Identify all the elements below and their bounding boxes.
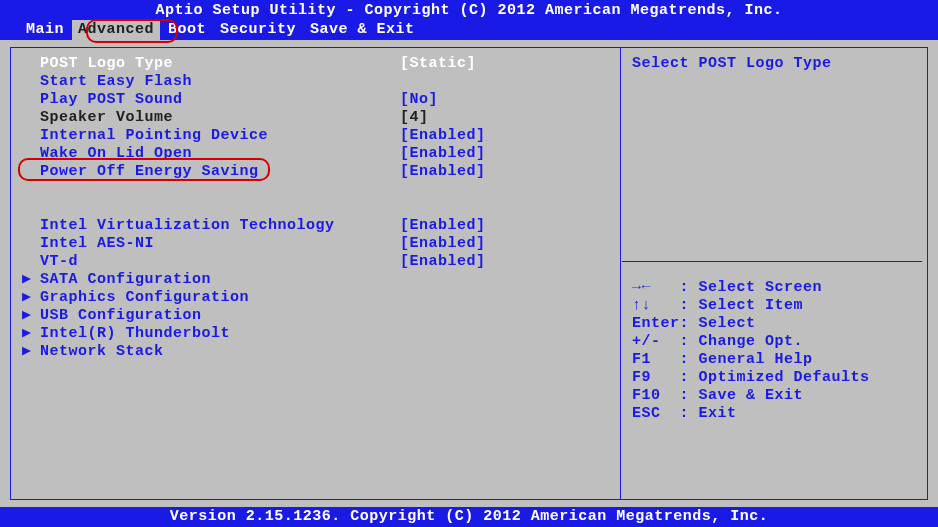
setting-label: Graphics Configuration: [40, 289, 400, 307]
help-line: →← : Select Screen: [632, 279, 922, 297]
settings-panel: POST Logo Type[Static]Start Easy FlashPl…: [22, 55, 617, 361]
help-title: Select POST Logo Type: [632, 55, 922, 73]
setting-row[interactable]: Speaker Volume[4]: [22, 109, 617, 127]
setting-value: [Enabled]: [400, 217, 486, 235]
submenu-arrow-icon: [22, 91, 40, 109]
setting-value: [Enabled]: [400, 127, 486, 145]
submenu-arrow-icon: ▶: [22, 307, 40, 325]
setting-label: Intel(R) Thunderbolt: [40, 325, 400, 343]
setting-label: Wake On Lid Open: [40, 145, 400, 163]
tab-security[interactable]: Security: [214, 20, 302, 40]
setting-row[interactable]: Intel AES-NI[Enabled]: [22, 235, 617, 253]
help-line: F10 : Save & Exit: [632, 387, 922, 405]
setting-label: Speaker Volume: [40, 109, 400, 127]
setting-row[interactable]: ▶Intel(R) Thunderbolt: [22, 325, 617, 343]
submenu-arrow-icon: [22, 253, 40, 271]
setting-label: Intel Virtualization Technology: [40, 217, 400, 235]
setting-label: Intel AES-NI: [40, 235, 400, 253]
setting-value: [Enabled]: [400, 235, 486, 253]
help-line: F1 : General Help: [632, 351, 922, 369]
setting-row[interactable]: ▶SATA Configuration: [22, 271, 617, 289]
setting-label: SATA Configuration: [40, 271, 400, 289]
setting-row[interactable]: ▶Network Stack: [22, 343, 617, 361]
submenu-arrow-icon: [22, 145, 40, 163]
submenu-arrow-icon: [22, 235, 40, 253]
submenu-arrow-icon: ▶: [22, 325, 40, 343]
help-line: ↑↓ : Select Item: [632, 297, 922, 315]
setting-row[interactable]: Internal Pointing Device[Enabled]: [22, 127, 617, 145]
setting-value: [4]: [400, 109, 429, 127]
tab-main[interactable]: Main: [20, 20, 70, 40]
setting-label: POST Logo Type: [40, 55, 400, 73]
help-line: Enter: Select: [632, 315, 922, 333]
help-panel: Select POST Logo Type →← : Select Screen…: [632, 55, 922, 423]
submenu-arrow-icon: ▶: [22, 343, 40, 361]
setting-row[interactable]: Power Off Energy Saving[Enabled]: [22, 163, 617, 181]
setting-row[interactable]: Start Easy Flash: [22, 73, 617, 91]
setting-label: Start Easy Flash: [40, 73, 400, 91]
setting-row[interactable]: VT-d[Enabled]: [22, 253, 617, 271]
tab-save-exit[interactable]: Save & Exit: [304, 20, 421, 40]
tab-advanced[interactable]: Advanced: [72, 20, 160, 40]
setting-label: Play POST Sound: [40, 91, 400, 109]
setting-label: Internal Pointing Device: [40, 127, 400, 145]
setting-row[interactable]: Play POST Sound[No]: [22, 91, 617, 109]
submenu-arrow-icon: ▶: [22, 271, 40, 289]
setting-row[interactable]: ▶USB Configuration: [22, 307, 617, 325]
setting-row[interactable]: Wake On Lid Open[Enabled]: [22, 145, 617, 163]
panel-divider: [620, 47, 621, 500]
setting-label: VT-d: [40, 253, 400, 271]
setting-value: [Enabled]: [400, 145, 486, 163]
help-line: +/- : Change Opt.: [632, 333, 922, 351]
submenu-arrow-icon: ▶: [22, 289, 40, 307]
setting-row[interactable]: Intel Virtualization Technology[Enabled]: [22, 217, 617, 235]
setting-label: Network Stack: [40, 343, 400, 361]
help-line: ESC : Exit: [632, 405, 922, 423]
submenu-arrow-icon: [22, 127, 40, 145]
version-bar: Version 2.15.1236. Copyright (C) 2012 Am…: [0, 507, 938, 527]
submenu-arrow-icon: [22, 163, 40, 181]
setting-value: [Static]: [400, 55, 476, 73]
menu-tabs: Main Advanced Boot Security Save & Exit: [20, 20, 918, 40]
title-bar: Aptio Setup Utility - Copyright (C) 2012…: [20, 2, 918, 20]
submenu-arrow-icon: [22, 217, 40, 235]
submenu-arrow-icon: [22, 73, 40, 91]
setting-row[interactable]: POST Logo Type[Static]: [22, 55, 617, 73]
setting-value: [Enabled]: [400, 163, 486, 181]
setting-row[interactable]: ▶Graphics Configuration: [22, 289, 617, 307]
tab-boot[interactable]: Boot: [162, 20, 212, 40]
setting-value: [No]: [400, 91, 438, 109]
setting-label: Power Off Energy Saving: [40, 163, 400, 181]
bios-body: POST Logo Type[Static]Start Easy FlashPl…: [0, 40, 938, 507]
submenu-arrow-icon: [22, 55, 40, 73]
submenu-arrow-icon: [22, 109, 40, 127]
setting-label: USB Configuration: [40, 307, 400, 325]
setting-value: [Enabled]: [400, 253, 486, 271]
help-line: F9 : Optimized Defaults: [632, 369, 922, 387]
